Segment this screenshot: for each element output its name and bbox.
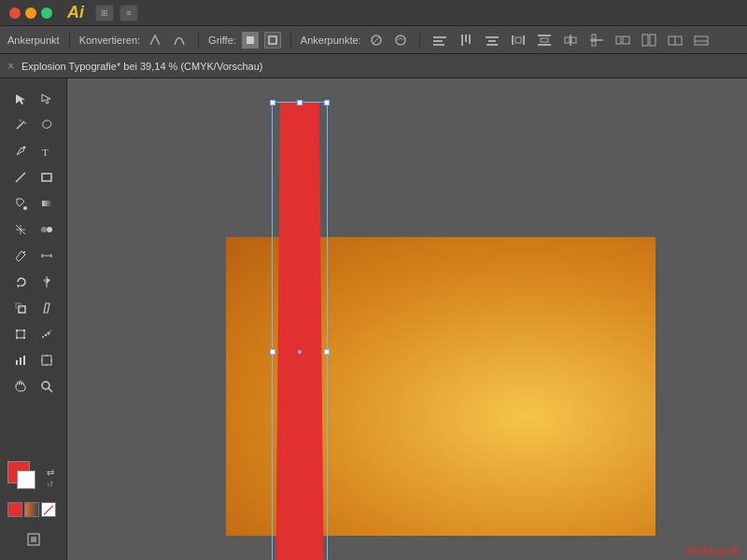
griffe-btn-1[interactable] (242, 32, 259, 49)
svg-rect-72 (20, 357, 21, 365)
canvas-area[interactable]: Abbildung 08 (67, 78, 747, 560)
mini-swatches (7, 502, 59, 517)
distribute-tool-1[interactable] (508, 31, 529, 49)
svg-line-80 (49, 388, 52, 392)
svg-point-4 (396, 35, 405, 45)
direct-selection-tool[interactable] (35, 87, 59, 111)
tool-row-10 (0, 321, 66, 347)
align-tool-2[interactable] (456, 31, 476, 49)
app-icon: Ai (62, 3, 90, 22)
svg-marker-58 (43, 278, 47, 284)
svg-rect-24 (592, 35, 596, 39)
convert-btn-2[interactable] (170, 31, 189, 49)
reflect-tool[interactable] (35, 270, 59, 294)
main-layout: T (0, 78, 747, 560)
free-transform-tool[interactable] (8, 322, 33, 346)
convert-btn-1[interactable] (146, 31, 164, 49)
default-colors-icon[interactable]: ↺ (47, 480, 54, 489)
eyedropper-tool[interactable] (8, 244, 33, 268)
distribute-tool-3[interactable] (560, 31, 581, 49)
maximize-button[interactable] (41, 7, 52, 19)
rect-tool[interactable] (35, 165, 59, 189)
handle-tr[interactable] (324, 100, 330, 105)
extra-tool-2[interactable] (691, 31, 712, 49)
svg-rect-65 (23, 329, 25, 331)
svg-rect-46 (42, 201, 51, 206)
measure-tool[interactable] (35, 244, 59, 268)
distribute-tool-4[interactable] (586, 31, 607, 49)
anchor-tool-1[interactable] (367, 31, 386, 49)
mesh-tool[interactable] (8, 217, 33, 242)
titlebar-icon-1[interactable]: ⊞ (95, 5, 114, 21)
line-tool[interactable] (8, 165, 33, 189)
lasso-tool[interactable] (35, 113, 59, 137)
svg-rect-25 (592, 41, 596, 46)
titlebar-icon-2[interactable]: ≡ (120, 5, 138, 21)
svg-rect-82 (31, 537, 36, 542)
svg-rect-19 (541, 38, 548, 42)
artboard-tool[interactable] (35, 348, 59, 372)
svg-rect-71 (16, 360, 18, 365)
svg-rect-29 (642, 35, 648, 46)
anchor-tool-2[interactable] (391, 31, 410, 49)
rotate-tool[interactable] (8, 270, 33, 294)
paint-bucket-tool[interactable] (8, 191, 33, 216)
pen-tool[interactable] (8, 139, 33, 163)
magic-wand-tool[interactable] (8, 113, 33, 137)
text-tool[interactable]: T (35, 139, 59, 163)
gradient-mini[interactable] (24, 502, 39, 517)
none-mini[interactable] (41, 502, 56, 517)
svg-rect-44 (42, 174, 51, 181)
align-tool-3[interactable] (482, 31, 502, 49)
svg-point-68 (42, 336, 44, 338)
toolbar-separator-4 (419, 32, 420, 49)
blend-tool[interactable] (35, 217, 59, 242)
svg-rect-11 (486, 36, 499, 38)
svg-point-69 (44, 334, 46, 336)
ankerpunkte-label: Ankerpunkte: (301, 35, 361, 46)
svg-rect-6 (433, 40, 443, 42)
align-tool-1[interactable] (430, 31, 450, 49)
distribute-tool-5[interactable] (613, 31, 633, 49)
svg-rect-17 (538, 35, 551, 36)
tool-row-11 (0, 347, 66, 373)
svg-rect-9 (465, 35, 467, 42)
tab-close-btn[interactable]: × (7, 60, 14, 73)
symbol-sprayer-tool[interactable] (35, 322, 59, 346)
distribute-tool-6[interactable] (639, 31, 659, 49)
shear-tool[interactable] (35, 296, 59, 320)
svg-rect-5 (433, 36, 446, 38)
swap-colors-icon[interactable]: ⇄ (47, 468, 54, 478)
hand-tool[interactable] (8, 374, 33, 399)
tool-row-6 (0, 217, 66, 243)
tool-row-5 (0, 190, 66, 217)
svg-rect-22 (571, 37, 576, 43)
column-chart-tool[interactable] (8, 348, 33, 372)
griffe-btn-2[interactable] (264, 32, 281, 49)
selection-tool[interactable] (8, 87, 33, 111)
svg-rect-16 (515, 37, 521, 43)
zoom-tool[interactable] (35, 374, 59, 399)
toolbar-separator-1 (69, 32, 70, 49)
tool-row-8 (0, 269, 66, 295)
color-fill-mini[interactable] (7, 502, 22, 517)
toolbar-separator-2 (198, 32, 199, 49)
minimize-button[interactable] (25, 7, 36, 19)
color-area: ⇄ ↺ (0, 455, 66, 523)
stroke-swatch[interactable] (17, 470, 35, 489)
canvas-bg: Abbildung 08 (67, 78, 747, 560)
svg-line-43 (16, 173, 25, 182)
svg-rect-74 (42, 356, 51, 365)
change-mode-btn[interactable] (21, 527, 46, 552)
abbildung-label: Abbildung 08 (685, 546, 740, 556)
close-button[interactable] (9, 7, 21, 19)
gradient-tool[interactable] (35, 191, 59, 216)
svg-rect-64 (16, 329, 18, 331)
handle-tl[interactable] (270, 100, 275, 105)
scale-tool[interactable] (8, 296, 33, 320)
toolbox: T (0, 78, 67, 560)
distribute-tool-2[interactable] (534, 31, 555, 49)
extra-tool-1[interactable] (665, 31, 685, 49)
svg-point-45 (23, 206, 27, 210)
tool-row-bottom (4, 526, 63, 553)
